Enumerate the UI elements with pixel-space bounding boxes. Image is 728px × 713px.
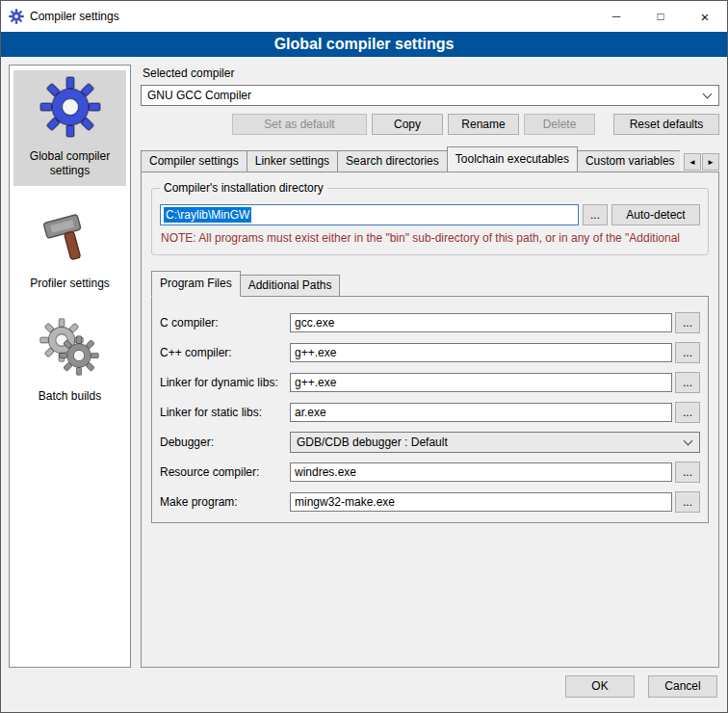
c-compiler-row: C compiler: ... — [160, 312, 700, 333]
rename-button[interactable]: Rename — [448, 114, 519, 135]
chevron-down-icon — [703, 89, 713, 98]
sidebar: Global compiler settings Profiler settin… — [9, 65, 131, 668]
linker-dynamic-input[interactable] — [290, 373, 672, 392]
chevron-down-icon — [684, 436, 693, 445]
linker-dynamic-label: Linker for dynamic libs: — [160, 376, 287, 389]
tab-strip: Compiler settings Linker settings Search… — [141, 146, 680, 172]
linker-static-label: Linker for static libs: — [160, 406, 287, 419]
titlebar: Compiler settings ─ □ × — [1, 1, 727, 32]
tab-scroll-buttons: ◄ ► — [684, 153, 719, 171]
set-as-default-button[interactable]: Set as default — [232, 114, 367, 135]
app-icon — [9, 9, 24, 24]
batch-builds-icon — [39, 316, 101, 378]
make-program-label: Make program: — [160, 495, 287, 509]
make-program-browse-button[interactable]: ... — [675, 491, 700, 513]
resource-compiler-browse-button[interactable]: ... — [675, 462, 700, 483]
make-program-row: Make program: ... — [160, 491, 700, 513]
cancel-button[interactable]: Cancel — [648, 675, 717, 698]
linker-dynamic-browse-button[interactable]: ... — [675, 372, 700, 393]
tab-toolchain-executables[interactable]: Toolchain executables — [447, 146, 578, 172]
tab-compiler-settings[interactable]: Compiler settings — [141, 150, 247, 172]
c-compiler-label: C compiler: — [160, 316, 287, 330]
tab-linker-settings[interactable]: Linker settings — [247, 150, 338, 172]
sidebar-item-label: Batch builds — [39, 389, 101, 404]
cpp-compiler-browse-button[interactable]: ... — [675, 342, 700, 363]
installation-directory-input[interactable]: C:\raylib\MinGW — [160, 204, 579, 225]
dialog-body: Global compiler settings Profiler settin… — [1, 57, 727, 670]
resource-compiler-label: Resource compiler: — [160, 465, 287, 479]
main-panel: Selected compiler GNU GCC Compiler Set a… — [141, 65, 719, 668]
gear-icon — [39, 76, 101, 138]
tab-search-directories[interactable]: Search directories — [337, 150, 448, 172]
dialog-footer: OK Cancel — [1, 670, 727, 712]
window-controls: ─ □ × — [594, 1, 727, 32]
c-compiler-input[interactable] — [290, 313, 672, 332]
sidebar-item-batch-builds[interactable]: Batch builds — [13, 310, 126, 411]
copy-button[interactable]: Copy — [372, 114, 443, 135]
compiler-settings-window: Compiler settings ─ □ × Global compiler … — [0, 0, 728, 713]
sidebar-item-label: Profiler settings — [30, 277, 110, 291]
linker-static-row: Linker for static libs: ... — [160, 402, 700, 423]
make-program-input[interactable] — [290, 492, 672, 512]
resource-compiler-row: Resource compiler: ... — [160, 462, 700, 483]
close-button[interactable]: × — [683, 1, 727, 32]
linker-dynamic-row: Linker for dynamic libs: ... — [160, 372, 700, 393]
sidebar-item-profiler-settings[interactable]: Profiler settings — [13, 198, 126, 299]
tab-custom-variables[interactable]: Custom variables — [577, 150, 680, 172]
sidebar-item-global-compiler-settings[interactable]: Global compiler settings — [13, 70, 126, 186]
sidebar-item-label: Global compiler settings — [15, 149, 124, 178]
selected-compiler-value: GNU GCC Compiler — [147, 89, 251, 102]
program-files-panel: C compiler: ... C++ compiler: ... Linker… — [151, 296, 709, 523]
minimize-button[interactable]: ─ — [594, 1, 638, 32]
selected-compiler-label: Selected compiler — [143, 66, 719, 80]
debugger-label: Debugger: — [160, 436, 287, 449]
maximize-button[interactable]: □ — [638, 1, 683, 32]
toolchain-executables-panel: Compiler's installation directory C:\ray… — [141, 172, 719, 668]
tab-additional-paths[interactable]: Additional Paths — [240, 275, 341, 296]
linker-static-input[interactable] — [290, 403, 672, 422]
resource-compiler-input[interactable] — [290, 462, 672, 482]
c-compiler-browse-button[interactable]: ... — [675, 312, 700, 333]
installation-directory-row: C:\raylib\MinGW ... Auto-detect — [160, 204, 700, 225]
tab-scroll-left-icon[interactable]: ◄ — [684, 153, 701, 171]
main-tabbar: Compiler settings Linker settings Search… — [141, 146, 719, 172]
cpp-compiler-label: C++ compiler: — [160, 346, 287, 359]
debugger-value: GDB/CDB debugger : Default — [297, 436, 448, 449]
linker-static-browse-button[interactable]: ... — [675, 402, 700, 423]
program-tabbar: Program Files Additional Paths — [151, 271, 709, 296]
delete-button[interactable]: Delete — [524, 114, 595, 135]
installation-directory-label: Compiler's installation directory — [160, 181, 327, 195]
tab-scroll-right-icon[interactable]: ► — [702, 153, 719, 171]
installation-directory-value: C:\raylib\MinGW — [164, 207, 251, 223]
debugger-select[interactable]: GDB/CDB debugger : Default — [290, 432, 700, 453]
selected-compiler-combobox[interactable]: GNU GCC Compiler — [141, 85, 719, 106]
debugger-row: Debugger: GDB/CDB debugger : Default — [160, 432, 700, 453]
compiler-buttons-row: Set as default Copy Rename Delete Reset … — [141, 114, 719, 135]
profiler-icon — [39, 203, 101, 265]
page-title: Global compiler settings — [1, 32, 727, 57]
auto-detect-button[interactable]: Auto-detect — [611, 204, 700, 225]
browse-directory-button[interactable]: ... — [583, 204, 608, 225]
tab-program-files[interactable]: Program Files — [151, 271, 241, 297]
ok-button[interactable]: OK — [565, 675, 635, 698]
window-title: Compiler settings — [30, 10, 119, 23]
reset-defaults-button[interactable]: Reset defaults — [613, 114, 719, 135]
cpp-compiler-row: C++ compiler: ... — [160, 342, 700, 363]
installation-directory-group: Compiler's installation directory C:\ray… — [151, 188, 709, 255]
note-text: NOTE: All programs must exist either in … — [161, 231, 699, 245]
cpp-compiler-input[interactable] — [290, 343, 672, 362]
